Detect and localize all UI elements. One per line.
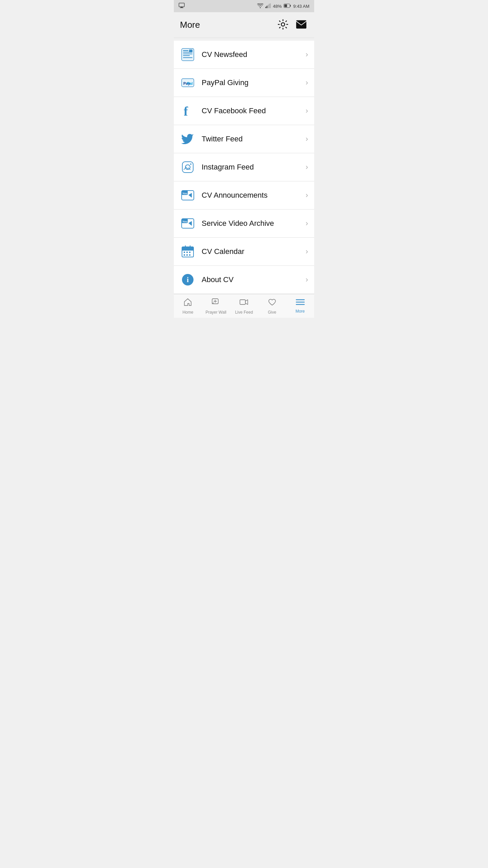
nav-home[interactable]: Home xyxy=(174,294,202,318)
svg-point-11 xyxy=(281,23,285,26)
menu-item-instagram-feed[interactable]: Instagram Feed › xyxy=(174,153,314,181)
screen-icon xyxy=(179,3,185,9)
nav-more[interactable]: More xyxy=(286,294,314,318)
svg-rect-40 xyxy=(186,252,188,253)
service-video-archive-label: Service Video Archive xyxy=(202,219,306,228)
svg-rect-5 xyxy=(268,5,269,8)
nav-give-label: Give xyxy=(268,310,276,315)
svg-rect-43 xyxy=(186,254,188,256)
battery-icon xyxy=(284,4,291,9)
menu-item-cv-calendar[interactable]: CV Calendar › xyxy=(174,238,314,266)
cv-announcements-chevron: › xyxy=(306,191,308,200)
svg-point-26 xyxy=(190,163,191,165)
svg-rect-44 xyxy=(189,254,190,256)
svg-rect-50 xyxy=(240,300,245,304)
service-video-archive-icon: You xyxy=(180,216,196,231)
about-cv-label: About CV xyxy=(202,275,306,284)
cv-facebook-feed-label: CV Facebook Feed xyxy=(202,106,306,115)
nav-give[interactable]: Give xyxy=(258,294,286,318)
status-right: 48% 9:43 AM xyxy=(257,3,309,9)
nav-more-label: More xyxy=(296,309,305,314)
svg-rect-2 xyxy=(180,7,183,8)
prayer-wall-icon xyxy=(211,298,220,309)
service-video-archive-chevron: › xyxy=(306,219,308,228)
app-header: More xyxy=(174,12,314,38)
svg-rect-9 xyxy=(290,5,291,6)
instagram-icon xyxy=(180,159,196,175)
nav-prayer-wall-label: Prayer Wall xyxy=(205,310,226,315)
svg-rect-18 xyxy=(183,57,192,58)
menu-item-cv-newsfeed[interactable]: CV Newsfeed › xyxy=(174,41,314,69)
paypal-giving-icon: Pay Pal xyxy=(180,75,196,91)
menu-item-twitter-feed[interactable]: Twitter Feed › xyxy=(174,125,314,153)
svg-text:You: You xyxy=(182,192,187,195)
paypal-giving-label: PayPal Giving xyxy=(202,78,306,87)
settings-button[interactable] xyxy=(276,18,290,32)
signal-icon xyxy=(265,3,271,9)
cv-announcements-label: CV Announcements xyxy=(202,191,306,200)
twitter-feed-label: Twitter Feed xyxy=(202,135,306,143)
cv-calendar-label: CV Calendar xyxy=(202,247,306,256)
paypal-giving-chevron: › xyxy=(306,78,308,87)
header-actions xyxy=(276,18,308,32)
menu-item-paypal-giving[interactable]: Pay Pal PayPal Giving › xyxy=(174,69,314,97)
svg-text:Pal: Pal xyxy=(187,81,193,85)
status-bar: 48% 9:43 AM xyxy=(174,0,314,12)
svg-rect-35 xyxy=(182,247,194,250)
svg-rect-19 xyxy=(189,50,192,52)
menu-item-about-cv[interactable]: i About CV › xyxy=(174,266,314,294)
menu-item-cv-announcements[interactable]: You You CV Announcements › xyxy=(174,181,314,210)
twitter-feed-chevron: › xyxy=(306,135,308,143)
live-feed-icon xyxy=(240,298,248,309)
svg-rect-41 xyxy=(189,252,190,253)
cv-newsfeed-chevron: › xyxy=(306,50,308,59)
svg-rect-14 xyxy=(183,50,188,51)
svg-rect-42 xyxy=(184,254,185,256)
instagram-feed-label: Instagram Feed xyxy=(202,163,306,172)
messages-button[interactable] xyxy=(294,18,308,32)
cv-newsfeed-label: CV Newsfeed xyxy=(202,50,306,59)
wifi-icon xyxy=(257,3,263,9)
cv-announcements-icon: You You xyxy=(180,188,196,203)
menu-item-service-video-archive[interactable]: You Service Video Archive › xyxy=(174,210,314,238)
svg-rect-7 xyxy=(270,3,271,8)
more-icon xyxy=(296,299,305,308)
svg-rect-10 xyxy=(284,4,287,7)
svg-rect-6 xyxy=(269,4,270,8)
svg-rect-24 xyxy=(182,162,193,173)
give-icon xyxy=(268,298,277,309)
home-icon xyxy=(183,298,192,309)
svg-text:i: i xyxy=(187,275,189,284)
svg-rect-39 xyxy=(184,252,185,253)
svg-rect-1 xyxy=(181,7,183,7)
cv-calendar-icon xyxy=(180,244,196,259)
nav-prayer-wall[interactable]: Prayer Wall xyxy=(202,294,230,318)
cv-facebook-feed-chevron: › xyxy=(306,106,308,115)
cv-newsfeed-icon xyxy=(180,47,196,62)
svg-text:You: You xyxy=(182,220,187,223)
nav-live-feed[interactable]: Live Feed xyxy=(230,294,258,318)
menu-item-cv-facebook-feed[interactable]: f CV Facebook Feed › xyxy=(174,97,314,125)
nav-live-feed-label: Live Feed xyxy=(235,310,253,315)
svg-rect-12 xyxy=(296,20,306,28)
menu-list: CV Newsfeed › Pay Pal PayPal Giving › f … xyxy=(174,41,314,294)
about-cv-chevron: › xyxy=(306,275,308,284)
nav-home-label: Home xyxy=(182,310,193,315)
bottom-nav: Home Prayer Wall Live Feed xyxy=(174,294,314,318)
about-cv-icon: i xyxy=(180,272,196,288)
svg-rect-4 xyxy=(267,6,268,8)
svg-text:f: f xyxy=(184,104,188,118)
svg-rect-3 xyxy=(265,7,266,8)
time-display: 9:43 AM xyxy=(293,4,309,9)
svg-rect-16 xyxy=(183,54,192,54)
svg-rect-17 xyxy=(183,55,190,56)
twitter-icon xyxy=(180,131,196,147)
status-left xyxy=(179,3,185,9)
cv-calendar-chevron: › xyxy=(306,247,308,256)
instagram-feed-chevron: › xyxy=(306,163,308,172)
svg-rect-0 xyxy=(179,3,184,7)
battery-percentage: 48% xyxy=(273,4,282,9)
page-title: More xyxy=(180,20,200,30)
cv-facebook-icon: f xyxy=(180,103,196,119)
